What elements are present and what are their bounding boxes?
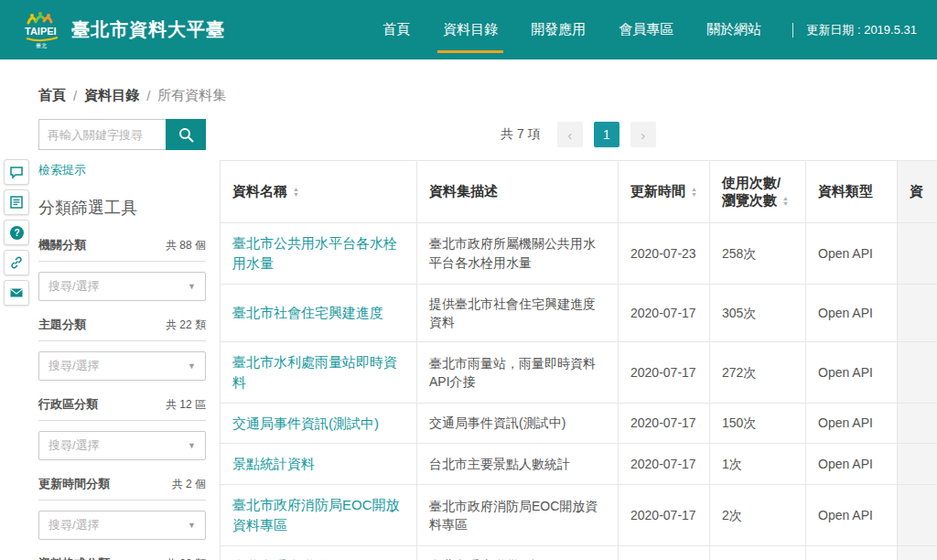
dataset-extra: [898, 284, 937, 342]
nav-home[interactable]: 首頁: [382, 0, 410, 59]
dataset-description: 臺北市政府消防局EOC開放資料專區: [417, 485, 619, 546]
next-page-button[interactable]: ›: [630, 122, 656, 147]
dataset-updated: 2020-07-17: [619, 342, 710, 404]
breadcrumb-current: 所有資料集: [157, 87, 226, 104]
dataset-extra: [898, 342, 937, 404]
dataset-usage: 158次: [710, 545, 806, 560]
filter-sidebar: 檢索提示 分類篩選工具 機關分類 共 88 個 搜尋/選擇 ▼ 主題分類 共 2…: [38, 119, 206, 560]
dataset-link[interactable]: 景點統計資料: [232, 456, 315, 471]
filter-group-format: 資料格式分類 共 20 類 搜尋/選擇 ▼: [38, 555, 206, 560]
dataset-type: Open API: [806, 403, 898, 444]
dataset-extra: [898, 223, 937, 285]
site-logo[interactable]: TAIPEI 臺北 臺北市資料大平臺: [22, 9, 225, 51]
dataset-usage: 305次: [710, 284, 806, 342]
table-row: 臺北市水利處雨量站即時資料 臺北市雨量站，雨量即時資料API介接 2020-07…: [221, 342, 937, 404]
filter-tools-title: 分類篩選工具: [38, 197, 206, 219]
table-row: 臺北市政府消防局EOC開放資料專區 臺北市政府消防局EOC開放資料專區 2020…: [221, 485, 937, 546]
page-1-button[interactable]: 1: [594, 122, 619, 147]
page-body: 檢索提示 分類篩選工具 機關分類 共 88 個 搜尋/選擇 ▼ 主題分類 共 2…: [0, 119, 937, 560]
filter-label: 更新時間分類: [38, 476, 110, 492]
dataset-description: 臺北市雨量站，雨量即時資料API介接: [417, 342, 619, 404]
breadcrumb-separator: /: [146, 88, 150, 103]
results-main: 共 7 項 ‹ 1 › 資料名稱▲▼ 資料集描述: [220, 119, 937, 560]
dataset-updated: 2020-07-10: [619, 545, 710, 560]
question-icon[interactable]: ?: [4, 220, 29, 245]
update-time-select[interactable]: 搜尋/選擇 ▼: [38, 511, 206, 540]
search-icon: [178, 127, 194, 143]
taipei-logo-icon: TAIPEI 臺北: [22, 9, 62, 51]
nav-member-area[interactable]: 會員專區: [619, 0, 673, 59]
table-header-row: 資料名稱▲▼ 資料集描述 更新時間▲▼ 使用次數/瀏覽次數▲▼ 資料類型: [221, 161, 937, 223]
dataset-updated: 2020-07-17: [619, 284, 710, 342]
filter-group-district: 行政區分類 共 12 區 搜尋/選擇 ▼: [38, 396, 206, 460]
dataset-link[interactable]: 臺北市社會住宅興建進度: [232, 305, 383, 320]
nav-about[interactable]: 關於網站: [706, 0, 761, 59]
search-input[interactable]: [38, 119, 166, 150]
filter-count: 共 22 類: [166, 318, 206, 333]
dataset-link[interactable]: 交通局事件資訊(測試中): [232, 415, 379, 431]
nav-dev-apps[interactable]: 開發應用: [531, 0, 586, 59]
dataset-link[interactable]: 臺北市公共用水平台各水栓用水量: [232, 235, 397, 271]
dataset-description: 台北市主要景點人數統計: [417, 444, 619, 485]
filter-label: 行政區分類: [38, 396, 98, 413]
search-hint-link[interactable]: 檢索提示: [38, 162, 86, 178]
svg-text:TAIPEI: TAIPEI: [25, 26, 57, 37]
header-right: 更新日期 : 2019.5.31: [792, 22, 917, 38]
filter-group-update-time: 更新時間分類 共 2 個 搜尋/選擇 ▼: [38, 476, 206, 540]
table-row: 臺北市社會住宅興建進度 提供臺北市社會住宅興建進度資料 2020-07-17 3…: [221, 284, 937, 342]
filter-count: 共 2 個: [172, 477, 206, 492]
dataset-type: Open API: [806, 444, 898, 485]
dataset-type: Open API: [806, 545, 898, 560]
col-header-usage[interactable]: 使用次數/瀏覽次數▲▼: [710, 161, 806, 223]
dataset-description: 臺北市政府所屬機關公共用水平台各水栓用水量: [417, 223, 619, 285]
breadcrumb-home[interactable]: 首頁: [38, 87, 66, 104]
sort-icon[interactable]: ▲▼: [691, 187, 697, 198]
svg-text:?: ?: [14, 228, 19, 238]
nav-data-catalog[interactable]: 資料目錄: [443, 0, 498, 59]
form-icon[interactable]: [4, 189, 29, 215]
dataset-link[interactable]: 臺北市政府消防局EOC開放資料專區: [232, 497, 400, 533]
table-row: 臺北市公共用水平台各水栓用水量 臺北市政府所屬機關公共用水平台各水栓用水量 20…: [221, 223, 937, 285]
datasets-table: 資料名稱▲▼ 資料集描述 更新時間▲▼ 使用次數/瀏覽次數▲▼ 資料類型: [220, 160, 937, 560]
topic-select[interactable]: 搜尋/選擇 ▼: [38, 351, 206, 381]
sort-icon[interactable]: ▲▼: [782, 196, 789, 207]
chevron-down-icon: ▼: [188, 361, 196, 371]
keyword-search: [38, 119, 206, 150]
table-row: 臺北市重大職災資訊 臺北市重大職災資訊 2020-07-10 158次 Open…: [221, 545, 937, 560]
breadcrumb-catalog[interactable]: 資料目錄: [84, 87, 139, 104]
col-header-description: 資料集描述: [417, 161, 619, 223]
breadcrumb-separator: /: [73, 88, 77, 103]
filter-group-agency: 機關分類 共 88 個 搜尋/選擇 ▼: [38, 237, 206, 301]
results-total: 共 7 項: [501, 126, 541, 143]
dataset-description: 交通局事件資訊(測試中): [417, 403, 619, 444]
mail-icon[interactable]: [4, 280, 29, 306]
chat-icon[interactable]: [4, 159, 29, 185]
dataset-extra: [898, 444, 937, 485]
link-icon[interactable]: [4, 250, 29, 275]
filter-count: 共 20 類: [166, 556, 206, 560]
site-title: 臺北市資料大平臺: [71, 17, 225, 42]
filter-label: 機關分類: [38, 237, 86, 253]
col-header-type: 資料類型: [806, 161, 898, 223]
dataset-link[interactable]: 臺北市水利處雨量站即時資料: [232, 354, 397, 390]
prev-page-button[interactable]: ‹: [557, 122, 583, 147]
sort-icon[interactable]: ▲▼: [293, 187, 299, 198]
svg-text:臺北: 臺北: [36, 42, 47, 49]
dataset-usage: 2次: [710, 485, 806, 546]
dataset-type: Open API: [806, 223, 898, 285]
col-header-updated[interactable]: 更新時間▲▼: [619, 161, 710, 223]
dataset-extra: [898, 403, 937, 444]
dataset-description: 臺北市重大職災資訊: [417, 545, 619, 560]
dataset-usage: 272次: [710, 342, 806, 404]
filter-group-topic: 主題分類 共 22 類 搜尋/選擇 ▼: [38, 317, 206, 381]
chevron-down-icon: ▼: [188, 282, 196, 291]
agency-select[interactable]: 搜尋/選擇 ▼: [38, 272, 206, 301]
filter-count: 共 88 個: [166, 238, 206, 253]
district-select[interactable]: 搜尋/選擇 ▼: [38, 431, 206, 460]
app-header: TAIPEI 臺北 臺北市資料大平臺 首頁 資料目錄 開發應用 會員專區 關於網…: [0, 0, 937, 59]
dataset-type: Open API: [806, 284, 898, 342]
col-header-name[interactable]: 資料名稱▲▼: [221, 161, 417, 223]
search-button[interactable]: [166, 119, 206, 150]
header-divider: [792, 23, 793, 38]
dataset-usage: 258次: [710, 223, 806, 285]
